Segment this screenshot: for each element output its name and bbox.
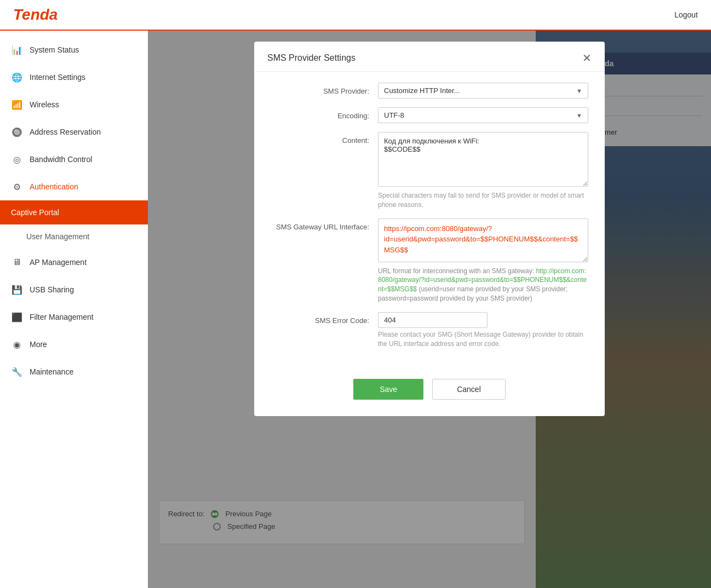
ap-icon: 🖥 [11, 256, 23, 268]
sidebar-item-more[interactable]: ◉ More [0, 331, 148, 358]
gateway-control: URL format for interconnecting with an S… [378, 218, 588, 303]
error-code-label: SMS Error Code: [271, 312, 369, 325]
cancel-button[interactable]: Cancel [432, 379, 506, 400]
maintenance-icon: 🔧 [11, 366, 23, 378]
content-hint: Special characters may fail to send for … [378, 191, 588, 210]
sidebar-item-system-status[interactable]: 📊 System Status [0, 36, 148, 64]
globe-icon: 🌐 [11, 71, 23, 83]
sidebar-item-user-management[interactable]: User Management [0, 224, 148, 249]
error-code-hint: Please contact your SMG (Short Message G… [378, 330, 588, 349]
gateway-row: SMS Gateway URL Interface: URL format fo… [271, 218, 588, 303]
sidebar-item-maintenance[interactable]: 🔧 Maintenance [0, 358, 148, 385]
main-layout: 📊 System Status 🌐 Internet Settings 📶 Wi… [0, 31, 711, 588]
chevron-down-icon-2: ▼ [576, 112, 582, 119]
sidebar: 📊 System Status 🌐 Internet Settings 📶 Wi… [0, 31, 148, 588]
content-control: Special characters may fail to send for … [378, 132, 588, 210]
sidebar-item-address-reservation[interactable]: 🔘 Address Reservation [0, 118, 148, 146]
modal-close-button[interactable]: ✕ [582, 53, 592, 64]
content-area: ? Welcome to Tenda nnect Disclaimer Redi… [148, 31, 711, 588]
monitor-icon: 📊 [11, 44, 23, 56]
filter-icon: ⬛ [11, 311, 23, 323]
sms-provider-row: SMS Provider: Customize HTTP Inter... ▼ [271, 83, 588, 99]
modal-footer: Save Cancel [254, 368, 605, 400]
gateway-textarea[interactable] [378, 218, 588, 262]
encoding-row: Encoding: UTF-8 ▼ [271, 107, 588, 123]
content-row: Content: Special characters may fail to … [271, 132, 588, 210]
header: Tenda Logout [0, 0, 711, 31]
modal-title: SMS Provider Settings [267, 53, 356, 63]
sidebar-item-wireless[interactable]: 📶 Wireless [0, 91, 148, 118]
wireless-icon: 📶 [11, 99, 23, 111]
sidebar-item-usb-sharing[interactable]: 💾 USB Sharing [0, 276, 148, 303]
chevron-down-icon: ▼ [576, 88, 582, 94]
error-code-row: SMS Error Code: Please contact your SMG … [271, 312, 588, 349]
sidebar-item-authentication[interactable]: ⚙ Authentication [0, 173, 148, 200]
error-code-input[interactable] [378, 312, 488, 328]
auth-icon: ⚙ [11, 181, 23, 193]
encoding-select[interactable]: UTF-8 ▼ [378, 107, 588, 123]
logo: Tenda [13, 6, 58, 24]
sms-provider-label: SMS Provider: [271, 83, 369, 95]
logout-button[interactable]: Logout [674, 10, 698, 19]
bandwidth-icon: ◎ [11, 153, 23, 165]
save-button[interactable]: Save [353, 379, 423, 400]
sms-provider-select[interactable]: Customize HTTP Inter... ▼ [378, 83, 588, 99]
content-textarea[interactable] [378, 132, 588, 187]
ip-icon: 🔘 [11, 126, 23, 138]
modal-header: SMS Provider Settings ✕ [254, 42, 605, 72]
sms-provider-control: Customize HTTP Inter... ▼ [378, 83, 588, 99]
encoding-value: UTF-8 [384, 111, 404, 119]
sidebar-item-ap-management[interactable]: 🖥 AP Management [0, 249, 148, 276]
sidebar-item-internet-settings[interactable]: 🌐 Internet Settings [0, 64, 148, 91]
sms-provider-modal: SMS Provider Settings ✕ SMS Provider: Cu… [254, 42, 605, 416]
gateway-url-hint: URL format for interconnecting with an S… [378, 267, 588, 303]
error-code-control: Please contact your SMG (Short Message G… [378, 312, 588, 349]
more-icon: ◉ [11, 338, 23, 350]
encoding-label: Encoding: [271, 107, 369, 120]
sidebar-item-bandwidth-control[interactable]: ◎ Bandwidth Control [0, 146, 148, 173]
gateway-label: SMS Gateway URL Interface: [271, 218, 369, 231]
sidebar-item-filter-management[interactable]: ⬛ Filter Management [0, 303, 148, 331]
sidebar-item-captive-portal[interactable]: Captive Portal [0, 200, 148, 224]
modal-body: SMS Provider: Customize HTTP Inter... ▼ … [254, 72, 605, 368]
gateway-hint-prefix: URL format for interconnecting with an S… [378, 267, 534, 275]
content-label: Content: [271, 132, 369, 145]
encoding-control: UTF-8 ▼ [378, 107, 588, 123]
sms-provider-value: Customize HTTP Inter... [384, 87, 460, 95]
usb-icon: 💾 [11, 284, 23, 296]
